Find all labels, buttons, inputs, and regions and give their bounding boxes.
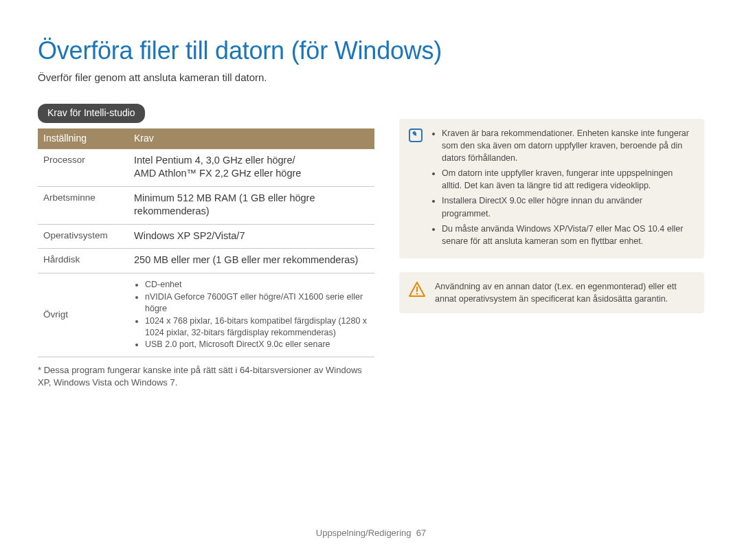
list-item: Du måste använda Windows XP/Vista/7 elle… xyxy=(442,223,693,247)
row-label-ram: Arbetsminne xyxy=(38,186,128,224)
row-value-other: CD-enhet nVIDIA Geforce 7600GT eller hög… xyxy=(128,273,374,357)
row-value-ram: Minimum 512 MB RAM (1 GB eller högre rek… xyxy=(128,186,374,224)
table-row: Arbetsminne Minimum 512 MB RAM (1 GB ell… xyxy=(38,186,374,224)
table-header-setting: Inställning xyxy=(38,128,128,149)
row-value-os: Windows XP SP2/Vista/7 xyxy=(128,224,374,249)
footer-page-number: 67 xyxy=(416,528,426,538)
warning-text: Användning av en annan dator (t.ex. en e… xyxy=(435,280,693,305)
list-item: Kraven är bara rekommendationer. Enheten… xyxy=(442,127,693,164)
table-row: Processor Intel Pentium 4, 3,0 GHz eller… xyxy=(38,149,374,187)
list-item: Installera DirectX 9.0c eller högre inna… xyxy=(442,194,693,219)
list-item: USB 2.0 port, Microsoft DirectX 9.0c ell… xyxy=(145,339,369,350)
row-label-os: Operativsystem xyxy=(38,224,128,249)
table-row: Hårddisk 250 MB eller mer (1 GB eller me… xyxy=(38,249,374,273)
row-label-other: Övrigt xyxy=(38,273,128,357)
section-heading-pill: Krav för Intelli-studio xyxy=(38,104,145,123)
list-item: Om datorn inte uppfyller kraven, fungera… xyxy=(442,167,693,192)
svg-text:✎: ✎ xyxy=(412,131,416,137)
list-item: CD-enhet xyxy=(145,279,369,291)
footnote-text: * Dessa program fungerar kanske inte på … xyxy=(38,364,374,389)
footer-section-label: Uppspelning/Redigering xyxy=(316,528,412,538)
requirements-table: Inställning Krav Processor Intel Pentium… xyxy=(38,128,374,358)
svg-point-3 xyxy=(416,293,418,295)
row-value-hdd: 250 MB eller mer (1 GB eller mer rekomme… xyxy=(128,249,374,273)
table-header-requirement: Krav xyxy=(128,128,374,149)
page-title: Överföra filer till datorn (för Windows) xyxy=(38,34,704,68)
list-item: nVIDIA Geforce 7600GT eller högre/ATI X1… xyxy=(145,291,369,315)
page-intro: Överför filer genom att ansluta kameran … xyxy=(38,71,704,85)
info-note-box: ✎ Kraven är bara rekommendationer. Enhet… xyxy=(399,119,704,258)
row-value-processor: Intel Pentium 4, 3,0 GHz eller högre/ AM… xyxy=(128,149,374,187)
list-item: 1024 x 768 pixlar, 16-bitars kompatibel … xyxy=(145,315,369,339)
row-label-processor: Processor xyxy=(38,149,128,187)
table-row: Övrigt CD-enhet nVIDIA Geforce 7600GT el… xyxy=(38,273,374,357)
table-row: Operativsystem Windows XP SP2/Vista/7 xyxy=(38,224,374,249)
row-label-hdd: Hårddisk xyxy=(38,249,128,273)
page-footer: Uppspelning/Redigering 67 xyxy=(0,527,742,539)
warning-note-box: Användning av en annan dator (t.ex. en e… xyxy=(399,272,704,313)
info-icon: ✎ xyxy=(409,128,423,142)
warning-icon xyxy=(409,282,425,297)
